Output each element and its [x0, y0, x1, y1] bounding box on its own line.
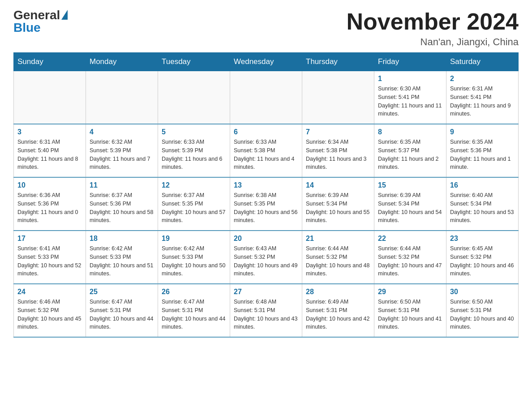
day-cell: 15Sunrise: 6:39 AM Sunset: 5:34 PM Dayli… — [374, 177, 446, 231]
weekday-header-saturday: Saturday — [446, 53, 519, 71]
day-info: Sunrise: 6:43 AM Sunset: 5:32 PM Dayligh… — [234, 244, 298, 278]
day-info: Sunrise: 6:47 AM Sunset: 5:31 PM Dayligh… — [90, 298, 154, 331]
day-cell: 13Sunrise: 6:38 AM Sunset: 5:35 PM Dayli… — [230, 177, 302, 231]
day-number: 2 — [450, 75, 515, 83]
month-title: November 2024 — [347, 9, 519, 34]
calendar-table: SundayMondayTuesdayWednesdayThursdayFrid… — [13, 52, 519, 338]
day-cell: 26Sunrise: 6:47 AM Sunset: 5:31 PM Dayli… — [158, 284, 230, 337]
title-block: November 2024 Nan'an, Jiangxi, China — [347, 9, 519, 48]
day-number: 3 — [17, 128, 82, 136]
location-title: Nan'an, Jiangxi, China — [347, 36, 519, 48]
day-number: 15 — [378, 181, 442, 189]
day-cell: 14Sunrise: 6:39 AM Sunset: 5:34 PM Dayli… — [302, 177, 374, 231]
day-number: 8 — [378, 128, 442, 136]
day-info: Sunrise: 6:37 AM Sunset: 5:36 PM Dayligh… — [90, 191, 154, 225]
day-cell: 8Sunrise: 6:35 AM Sunset: 5:37 PM Daylig… — [374, 124, 446, 177]
day-number: 17 — [17, 235, 82, 243]
day-info: Sunrise: 6:46 AM Sunset: 5:32 PM Dayligh… — [17, 298, 82, 331]
day-cell: 30Sunrise: 6:50 AM Sunset: 5:31 PM Dayli… — [446, 284, 519, 337]
day-info: Sunrise: 6:34 AM Sunset: 5:38 PM Dayligh… — [306, 138, 370, 171]
day-cell: 11Sunrise: 6:37 AM Sunset: 5:36 PM Dayli… — [86, 177, 158, 231]
day-info: Sunrise: 6:38 AM Sunset: 5:35 PM Dayligh… — [234, 191, 298, 225]
day-info: Sunrise: 6:45 AM Sunset: 5:32 PM Dayligh… — [450, 244, 515, 278]
weekday-header-row: SundayMondayTuesdayWednesdayThursdayFrid… — [14, 53, 519, 71]
day-info: Sunrise: 6:33 AM Sunset: 5:38 PM Dayligh… — [234, 138, 298, 171]
day-number: 19 — [162, 235, 226, 243]
day-info: Sunrise: 6:30 AM Sunset: 5:41 PM Dayligh… — [378, 85, 442, 118]
day-cell: 2Sunrise: 6:31 AM Sunset: 5:41 PM Daylig… — [446, 71, 519, 124]
day-info: Sunrise: 6:32 AM Sunset: 5:39 PM Dayligh… — [90, 138, 154, 171]
day-number: 18 — [90, 235, 154, 243]
day-number: 26 — [162, 288, 226, 296]
day-number: 12 — [162, 181, 226, 189]
day-info: Sunrise: 6:39 AM Sunset: 5:34 PM Dayligh… — [378, 191, 442, 225]
day-info: Sunrise: 6:42 AM Sunset: 5:33 PM Dayligh… — [90, 244, 154, 278]
day-number: 5 — [162, 128, 226, 136]
day-info: Sunrise: 6:37 AM Sunset: 5:35 PM Dayligh… — [162, 191, 226, 225]
day-number: 6 — [234, 128, 298, 136]
week-row-5: 24Sunrise: 6:46 AM Sunset: 5:32 PM Dayli… — [14, 284, 519, 337]
day-cell: 28Sunrise: 6:49 AM Sunset: 5:31 PM Dayli… — [302, 284, 374, 337]
day-number: 23 — [450, 235, 515, 243]
day-cell: 21Sunrise: 6:44 AM Sunset: 5:32 PM Dayli… — [302, 231, 374, 284]
day-cell — [14, 71, 86, 124]
day-cell — [230, 71, 302, 124]
day-number: 29 — [378, 288, 442, 296]
day-cell: 1Sunrise: 6:30 AM Sunset: 5:41 PM Daylig… — [374, 71, 446, 124]
day-number: 14 — [306, 181, 370, 189]
week-row-4: 17Sunrise: 6:41 AM Sunset: 5:33 PM Dayli… — [14, 231, 519, 284]
day-cell — [158, 71, 230, 124]
day-cell: 12Sunrise: 6:37 AM Sunset: 5:35 PM Dayli… — [158, 177, 230, 231]
day-cell — [86, 71, 158, 124]
day-number: 16 — [450, 181, 515, 189]
day-info: Sunrise: 6:42 AM Sunset: 5:33 PM Dayligh… — [162, 244, 226, 278]
day-number: 25 — [90, 288, 154, 296]
day-cell: 3Sunrise: 6:31 AM Sunset: 5:40 PM Daylig… — [14, 124, 86, 177]
day-info: Sunrise: 6:40 AM Sunset: 5:34 PM Dayligh… — [450, 191, 515, 225]
day-info: Sunrise: 6:35 AM Sunset: 5:36 PM Dayligh… — [450, 138, 515, 171]
day-cell: 5Sunrise: 6:33 AM Sunset: 5:39 PM Daylig… — [158, 124, 230, 177]
day-cell: 29Sunrise: 6:50 AM Sunset: 5:31 PM Dayli… — [374, 284, 446, 337]
day-number: 10 — [17, 181, 82, 189]
day-cell — [302, 71, 374, 124]
day-number: 13 — [234, 181, 298, 189]
logo: General Blue — [13, 9, 68, 34]
day-cell: 7Sunrise: 6:34 AM Sunset: 5:38 PM Daylig… — [302, 124, 374, 177]
day-cell: 23Sunrise: 6:45 AM Sunset: 5:32 PM Dayli… — [446, 231, 519, 284]
week-row-1: 1Sunrise: 6:30 AM Sunset: 5:41 PM Daylig… — [14, 71, 519, 124]
day-cell: 24Sunrise: 6:46 AM Sunset: 5:32 PM Dayli… — [14, 284, 86, 337]
day-number: 21 — [306, 235, 370, 243]
day-cell: 18Sunrise: 6:42 AM Sunset: 5:33 PM Dayli… — [86, 231, 158, 284]
page-header: General Blue November 2024 Nan'an, Jiang… — [13, 9, 519, 48]
day-info: Sunrise: 6:35 AM Sunset: 5:37 PM Dayligh… — [378, 138, 442, 171]
day-cell: 22Sunrise: 6:44 AM Sunset: 5:32 PM Dayli… — [374, 231, 446, 284]
logo-blue-text: Blue — [13, 21, 41, 34]
day-info: Sunrise: 6:39 AM Sunset: 5:34 PM Dayligh… — [306, 191, 370, 225]
day-info: Sunrise: 6:31 AM Sunset: 5:41 PM Dayligh… — [450, 85, 515, 118]
day-cell: 25Sunrise: 6:47 AM Sunset: 5:31 PM Dayli… — [86, 284, 158, 337]
day-info: Sunrise: 6:48 AM Sunset: 5:31 PM Dayligh… — [234, 298, 298, 331]
day-info: Sunrise: 6:31 AM Sunset: 5:40 PM Dayligh… — [17, 138, 82, 171]
day-number: 28 — [306, 288, 370, 296]
day-info: Sunrise: 6:41 AM Sunset: 5:33 PM Dayligh… — [17, 244, 82, 278]
day-cell: 20Sunrise: 6:43 AM Sunset: 5:32 PM Dayli… — [230, 231, 302, 284]
day-number: 22 — [378, 235, 442, 243]
weekday-header-sunday: Sunday — [14, 53, 86, 71]
week-row-3: 10Sunrise: 6:36 AM Sunset: 5:36 PM Dayli… — [14, 177, 519, 231]
weekday-header-friday: Friday — [374, 53, 446, 71]
day-cell: 4Sunrise: 6:32 AM Sunset: 5:39 PM Daylig… — [86, 124, 158, 177]
day-number: 4 — [90, 128, 154, 136]
week-row-2: 3Sunrise: 6:31 AM Sunset: 5:40 PM Daylig… — [14, 124, 519, 177]
day-number: 24 — [17, 288, 82, 296]
weekday-header-monday: Monday — [86, 53, 158, 71]
logo-general-text: General — [13, 9, 68, 21]
day-info: Sunrise: 6:50 AM Sunset: 5:31 PM Dayligh… — [378, 298, 442, 331]
day-cell: 6Sunrise: 6:33 AM Sunset: 5:38 PM Daylig… — [230, 124, 302, 177]
day-info: Sunrise: 6:50 AM Sunset: 5:31 PM Dayligh… — [450, 298, 515, 331]
day-cell: 10Sunrise: 6:36 AM Sunset: 5:36 PM Dayli… — [14, 177, 86, 231]
day-cell: 19Sunrise: 6:42 AM Sunset: 5:33 PM Dayli… — [158, 231, 230, 284]
day-info: Sunrise: 6:49 AM Sunset: 5:31 PM Dayligh… — [306, 298, 370, 331]
weekday-header-thursday: Thursday — [302, 53, 374, 71]
day-number: 7 — [306, 128, 370, 136]
day-number: 30 — [450, 288, 515, 296]
